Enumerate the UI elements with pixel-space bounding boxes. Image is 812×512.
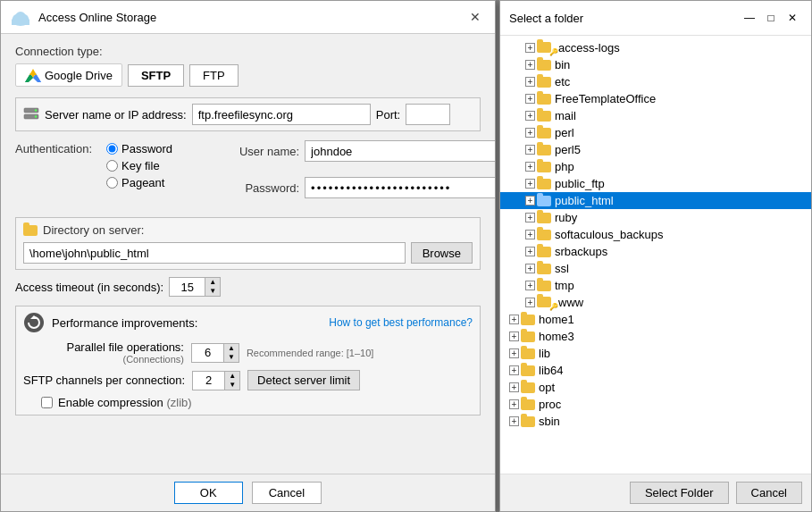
- expand-btn[interactable]: +: [525, 128, 535, 138]
- expand-btn[interactable]: +: [525, 111, 535, 121]
- expand-btn[interactable]: +: [509, 315, 519, 324]
- tree-item[interactable]: +lib64: [500, 362, 811, 379]
- auth-keyfile-radio[interactable]: [106, 160, 118, 172]
- sftp-down-btn[interactable]: ▼: [225, 381, 239, 390]
- expand-btn[interactable]: +: [509, 416, 519, 426]
- timeout-input[interactable]: [169, 277, 205, 297]
- server-input[interactable]: [192, 104, 371, 125]
- expand-btn[interactable]: +: [509, 365, 519, 375]
- auth-password-radio[interactable]: [106, 143, 118, 155]
- svg-marker-10: [29, 69, 37, 75]
- expand-btn[interactable]: +: [509, 348, 519, 358]
- tree-item[interactable]: +php: [500, 158, 811, 175]
- select-folder-btn[interactable]: Select Folder: [630, 482, 729, 504]
- sftp-btn[interactable]: SFTP: [128, 64, 184, 87]
- tree-item[interactable]: +ruby: [500, 209, 811, 226]
- tree-item[interactable]: +bin: [500, 56, 811, 73]
- conn-type-section: Connection type: Google: [15, 45, 481, 87]
- sftp-up-btn[interactable]: ▲: [225, 372, 239, 381]
- auth-keyfile-option[interactable]: Key file: [106, 159, 172, 172]
- expand-btn[interactable]: +: [525, 298, 535, 307]
- expand-btn[interactable]: +: [525, 213, 535, 222]
- tree-item[interactable]: +public_ftp: [500, 175, 811, 192]
- folder-minimize-btn[interactable]: —: [740, 8, 759, 28]
- expand-btn[interactable]: +: [525, 60, 535, 70]
- tree-item[interactable]: +ssl: [500, 260, 811, 277]
- folder-icon: [537, 60, 551, 71]
- tree-item[interactable]: +proc: [500, 396, 811, 413]
- folder-name: perl: [555, 126, 574, 139]
- folder-name: access-logs: [558, 41, 620, 55]
- perf-help-link[interactable]: How to get best performance?: [329, 316, 473, 329]
- timeout-row: Access timeout (in seconds): ▲ ▼: [15, 277, 481, 297]
- tree-item[interactable]: +etc: [500, 73, 811, 90]
- tree-item[interactable]: +tmp: [500, 277, 811, 294]
- expand-btn[interactable]: +: [509, 332, 519, 341]
- port-input[interactable]: [406, 104, 450, 125]
- parallel-down-btn[interactable]: ▼: [224, 353, 239, 362]
- tree-item[interactable]: +🔑access-logs: [500, 39, 811, 56]
- expand-btn[interactable]: +: [525, 162, 535, 172]
- tree-item[interactable]: +perl: [500, 124, 811, 141]
- tree-item[interactable]: +perl5: [500, 141, 811, 158]
- tree-item[interactable]: +🔑www: [500, 294, 811, 311]
- main-close-btn[interactable]: ✕: [465, 8, 486, 26]
- tree-item[interactable]: +home3: [500, 328, 811, 345]
- folder-icon: [521, 315, 535, 325]
- tree-item[interactable]: +softaculous_backups: [500, 226, 811, 243]
- timeout-down-btn[interactable]: ▼: [205, 287, 220, 296]
- compression-label[interactable]: Enable compression (zlib): [58, 396, 192, 409]
- browse-btn[interactable]: Browse: [411, 242, 473, 264]
- ok-btn[interactable]: OK: [174, 482, 243, 504]
- auth-pageant-option[interactable]: Pageant: [106, 176, 172, 189]
- folder-footer: Select Folder Cancel: [500, 474, 811, 511]
- username-input[interactable]: [305, 140, 495, 162]
- timeout-up-btn[interactable]: ▲: [205, 278, 220, 287]
- folder-name: home1: [539, 313, 574, 326]
- expand-btn[interactable]: +: [525, 196, 535, 206]
- compression-sub: (zlib): [166, 396, 191, 409]
- expand-btn[interactable]: +: [525, 94, 535, 104]
- tree-item[interactable]: +home1: [500, 311, 811, 328]
- parallel-label: Parallel file operations:: [23, 340, 184, 354]
- tree-item[interactable]: +lib: [500, 345, 811, 362]
- expand-btn[interactable]: +: [525, 145, 535, 155]
- expand-btn[interactable]: +: [525, 43, 535, 53]
- tree-item[interactable]: +FreeTemplateOffice: [500, 90, 811, 107]
- expand-btn[interactable]: +: [525, 77, 535, 87]
- expand-btn[interactable]: +: [525, 179, 535, 189]
- gdrive-btn[interactable]: Google Drive: [15, 63, 122, 87]
- auth-pageant-radio[interactable]: [106, 177, 118, 189]
- expand-btn[interactable]: +: [525, 247, 535, 256]
- folder-tree[interactable]: +🔑access-logs+bin+etc+FreeTemplateOffice…: [500, 36, 811, 474]
- folder-maximize-btn[interactable]: □: [761, 8, 781, 28]
- tree-item[interactable]: +mail: [500, 107, 811, 124]
- parallel-input[interactable]: [191, 343, 223, 363]
- password-input[interactable]: [305, 177, 495, 198]
- server-label: Server name or IP address:: [45, 108, 187, 122]
- auth-password-option[interactable]: Password: [106, 142, 172, 155]
- expand-btn[interactable]: +: [525, 281, 535, 290]
- folder-cancel-btn[interactable]: Cancel: [736, 482, 802, 504]
- expand-btn[interactable]: +: [509, 382, 519, 392]
- compression-checkbox[interactable]: [41, 397, 53, 408]
- auth-fields-col: User name: Password: Show password: [183, 140, 495, 208]
- detect-limit-btn[interactable]: Detect server limit: [247, 370, 360, 390]
- main-cancel-btn[interactable]: Cancel: [252, 482, 322, 504]
- folder-name: srbackups: [555, 245, 607, 258]
- folder-title-btns: — □ ✕: [740, 8, 802, 28]
- tree-item[interactable]: +opt: [500, 379, 811, 396]
- ftp-btn[interactable]: FTP: [189, 64, 239, 87]
- auth-radio-col: Password Key file Pageant: [106, 140, 172, 189]
- expand-btn[interactable]: +: [509, 399, 519, 409]
- tree-item[interactable]: +srbackups: [500, 243, 811, 260]
- sftp-input[interactable]: [192, 371, 224, 390]
- parallel-up-btn[interactable]: ▲: [224, 344, 239, 353]
- expand-btn[interactable]: +: [525, 264, 535, 273]
- tree-item[interactable]: +sbin: [500, 413, 811, 430]
- dir-input[interactable]: [23, 242, 406, 264]
- tree-item[interactable]: +public_html: [500, 192, 811, 209]
- expand-btn[interactable]: +: [525, 230, 535, 239]
- folder-icon: [537, 213, 551, 223]
- folder-close-btn[interactable]: ✕: [783, 8, 802, 28]
